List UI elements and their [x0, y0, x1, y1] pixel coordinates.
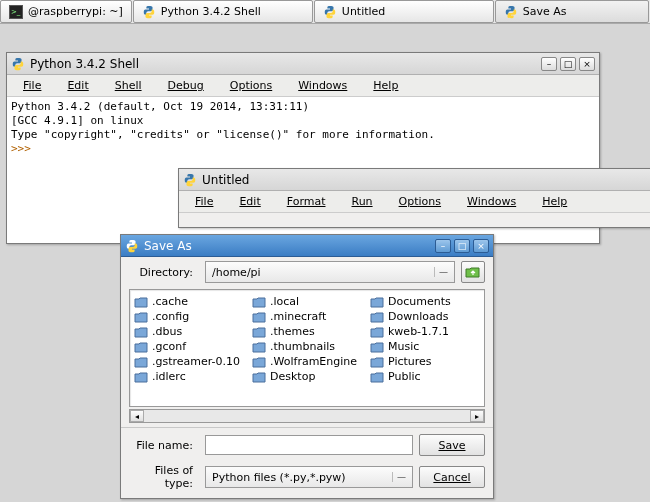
taskbar-item-shell[interactable]: Python 3.4.2 Shell: [133, 0, 313, 23]
file-item-label: .gconf: [152, 340, 186, 353]
maximize-button[interactable]: □: [560, 57, 576, 71]
file-item[interactable]: .WolframEngine: [250, 354, 364, 369]
file-item-label: kweb-1.7.1: [388, 325, 449, 338]
file-item[interactable]: .minecraft: [250, 309, 364, 324]
file-item[interactable]: Downloads: [368, 309, 482, 324]
taskbar-item-saveas[interactable]: Save As: [495, 0, 649, 23]
menu-windows[interactable]: Windows: [286, 78, 359, 93]
filetype-value: Python files (*.py,*.pyw): [212, 471, 346, 484]
folder-icon: [370, 356, 384, 368]
shell-prompt: >>>: [11, 142, 38, 155]
folder-icon: [252, 311, 266, 323]
python-icon: [125, 239, 139, 253]
cancel-button[interactable]: Cancel: [419, 466, 485, 488]
menu-debug[interactable]: Debug: [156, 78, 216, 93]
folder-icon: [370, 371, 384, 383]
menu-options[interactable]: Options: [218, 78, 284, 93]
scroll-track[interactable]: [144, 410, 470, 422]
maximize-button[interactable]: □: [454, 239, 470, 253]
folder-icon: [252, 356, 266, 368]
file-item-label: Public: [388, 370, 421, 383]
filetype-label: Files of type:: [129, 464, 199, 490]
file-item-label: .dbus: [152, 325, 182, 338]
chevron-down-icon: —: [434, 267, 448, 277]
filetype-combo[interactable]: Python files (*.py,*.pyw) —: [205, 466, 413, 488]
horizontal-scrollbar[interactable]: ◂ ▸: [129, 409, 485, 423]
taskbar-label: Untitled: [342, 5, 386, 18]
directory-combo[interactable]: /home/pi —: [205, 261, 455, 283]
scroll-left-icon[interactable]: ◂: [130, 410, 144, 422]
scroll-right-icon[interactable]: ▸: [470, 410, 484, 422]
close-button[interactable]: ×: [579, 57, 595, 71]
menu-windows[interactable]: Windows: [455, 194, 528, 209]
file-list[interactable]: .cache.config.dbus.gconf.gstreamer-0.10.…: [129, 289, 485, 407]
folder-icon: [370, 341, 384, 353]
file-item[interactable]: Public: [368, 369, 482, 384]
taskbar-item-editor[interactable]: Untitled: [314, 0, 494, 23]
menu-help[interactable]: Help: [361, 78, 410, 93]
file-item[interactable]: .dbus: [132, 324, 246, 339]
filename-input[interactable]: [205, 435, 413, 455]
python-icon: [323, 5, 337, 19]
python-icon: [11, 57, 25, 71]
folder-icon: [252, 371, 266, 383]
python-icon: [142, 5, 156, 19]
taskbar-item-terminal[interactable]: @raspberrypi: ~]: [0, 0, 132, 23]
file-item[interactable]: .thumbnails: [250, 339, 364, 354]
save-button[interactable]: Save: [419, 434, 485, 456]
terminal-icon: [9, 5, 23, 19]
file-item[interactable]: .idlerc: [132, 369, 246, 384]
saveas-titlebar[interactable]: Save As – □ ×: [121, 235, 493, 257]
menu-file[interactable]: File: [11, 78, 53, 93]
shell-menubar: File Edit Shell Debug Options Windows He…: [7, 75, 599, 97]
file-item[interactable]: kweb-1.7.1: [368, 324, 482, 339]
menu-edit[interactable]: Edit: [55, 78, 100, 93]
file-item[interactable]: .themes: [250, 324, 364, 339]
file-item[interactable]: .config: [132, 309, 246, 324]
folder-icon: [134, 311, 148, 323]
file-item-label: Downloads: [388, 310, 448, 323]
file-item-label: .gstreamer-0.10: [152, 355, 240, 368]
menu-help[interactable]: Help: [530, 194, 579, 209]
directory-label: Directory:: [129, 266, 199, 279]
file-item[interactable]: Documents: [368, 294, 482, 309]
directory-value: /home/pi: [212, 266, 261, 279]
window-title: Untitled: [202, 173, 650, 187]
file-item-label: Documents: [388, 295, 451, 308]
file-item[interactable]: Desktop: [250, 369, 364, 384]
folder-icon: [370, 326, 384, 338]
menu-options[interactable]: Options: [387, 194, 453, 209]
file-item-label: .cache: [152, 295, 188, 308]
minimize-button[interactable]: –: [541, 57, 557, 71]
file-item[interactable]: .gstreamer-0.10: [132, 354, 246, 369]
folder-icon: [134, 326, 148, 338]
file-item[interactable]: .gconf: [132, 339, 246, 354]
file-item-label: Pictures: [388, 355, 432, 368]
window-title: Save As: [144, 239, 430, 253]
menu-file[interactable]: File: [183, 194, 225, 209]
editor-titlebar[interactable]: Untitled: [179, 169, 650, 191]
file-item-label: Music: [388, 340, 419, 353]
file-item-label: .WolframEngine: [270, 355, 357, 368]
menu-format[interactable]: Format: [275, 194, 338, 209]
folder-up-icon: [465, 265, 481, 279]
menu-edit[interactable]: Edit: [227, 194, 272, 209]
close-button[interactable]: ×: [473, 239, 489, 253]
file-item[interactable]: Music: [368, 339, 482, 354]
up-directory-button[interactable]: [461, 261, 485, 283]
file-item[interactable]: Pictures: [368, 354, 482, 369]
file-item-label: .themes: [270, 325, 315, 338]
taskbar-label: Python 3.4.2 Shell: [161, 5, 261, 18]
folder-icon: [370, 296, 384, 308]
folder-icon: [134, 341, 148, 353]
file-item[interactable]: .local: [250, 294, 364, 309]
folder-icon: [134, 296, 148, 308]
file-item[interactable]: .cache: [132, 294, 246, 309]
folder-icon: [252, 326, 266, 338]
chevron-down-icon: —: [392, 472, 406, 482]
minimize-button[interactable]: –: [435, 239, 451, 253]
shell-titlebar[interactable]: Python 3.4.2 Shell – □ ×: [7, 53, 599, 75]
menu-shell[interactable]: Shell: [103, 78, 154, 93]
menu-run[interactable]: Run: [340, 194, 385, 209]
folder-icon: [134, 356, 148, 368]
